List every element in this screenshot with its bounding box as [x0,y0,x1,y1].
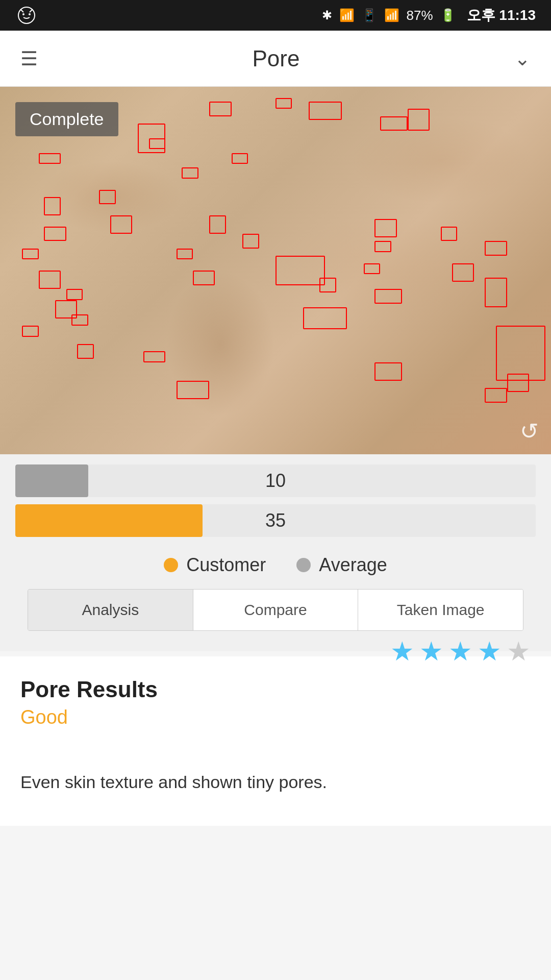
status-bar-right: ✱ 📶 📱 📶 87% 🔋 오후 11:13 [322,6,536,25]
pore-box-39 [232,153,248,164]
results-section: Pore Results Good ★ ★ ★ ★ ★ Even skin te… [0,656,551,826]
pore-box-12 [66,289,83,300]
pore-box-2 [309,102,342,120]
pore-box-19 [374,362,402,381]
pore-box-8 [44,197,60,215]
app-title: Pore [253,46,300,71]
pore-box-9 [44,227,66,241]
pore-box-16 [77,344,93,359]
pore-box-6 [149,138,165,150]
chevron-down-icon[interactable]: ⌄ [514,47,531,70]
pore-box-35 [209,215,226,234]
pore-box-27 [374,219,396,237]
pore-box-15 [22,326,38,337]
star-3: ★ [448,636,472,667]
tab-compare[interactable]: Compare [193,590,359,630]
pore-box-3 [276,98,292,109]
results-description: Even skin texture and shown tiny pores. [20,769,531,795]
pore-box-18 [177,381,210,399]
orange-stat-row: 35 [15,504,536,537]
pore-box-14 [71,314,88,326]
status-bar: ✱ 📶 📱 📶 87% 🔋 오후 11:13 [0,0,551,31]
pore-box-26 [441,227,457,241]
gray-stat-row: 10 [15,464,536,497]
status-time: 오후 11:13 [467,6,536,25]
pore-box-0 [380,116,408,131]
average-legend-item: Average [296,554,387,576]
customer-legend-label: Customer [186,554,266,576]
pore-box-29 [364,263,380,275]
stats-section: 10 35 Customer Average Analysis Compare … [0,454,551,651]
pore-box-4 [209,102,231,116]
rating-stars: ★ ★ ★ ★ ★ [390,636,531,667]
pore-box-37 [193,271,215,285]
pore-box-23 [485,278,507,307]
wifi-icon: 📶 [339,8,355,22]
sim-icon: 📱 [362,8,377,22]
pore-box-32 [303,307,347,329]
svg-point-1 [22,13,24,15]
svg-point-2 [29,13,31,15]
pore-box-10 [22,249,38,260]
bluetooth-icon: ✱ [322,8,332,22]
pore-box-24 [452,263,474,282]
pore-box-1 [408,109,430,131]
tab-taken-image[interactable]: Taken Image [358,590,523,630]
battery-percent: 87% [407,8,433,23]
app-icon [15,4,38,27]
star-5: ★ [507,636,531,667]
customer-legend-item: Customer [164,554,266,576]
complete-badge: Complete [15,102,118,136]
refresh-icon[interactable]: ↺ [520,418,539,444]
pore-box-31 [374,289,402,304]
star-1: ★ [390,636,414,667]
star-2: ★ [419,636,443,667]
pore-box-38 [182,167,198,179]
average-legend-label: Average [319,554,387,576]
pore-box-28 [374,241,391,252]
legend-row: Customer Average [15,544,536,584]
results-status: Good [20,706,158,728]
pore-box-17 [143,351,165,362]
gray-stat-value: 10 [15,470,536,492]
average-legend-dot [296,558,311,572]
customer-legend-dot [164,558,178,572]
star-4: ★ [478,636,502,667]
app-bar: ☰ Pore ⌄ [0,31,551,87]
pore-box-25 [485,241,507,256]
pore-box-33 [276,256,325,285]
pore-box-11 [39,271,61,289]
pore-box-7 [39,153,61,164]
pore-box-41 [110,215,132,234]
analysis-image-container: Complete ↺ [0,87,551,454]
pore-box-40 [99,190,115,205]
skin-image [0,87,551,454]
pore-box-20 [485,388,507,403]
results-title: Pore Results [20,677,158,702]
pore-box-34 [242,234,259,249]
battery-icon: 🔋 [440,8,456,22]
pore-box-36 [177,249,193,260]
signal-icon: 📶 [384,8,399,22]
pore-box-22 [496,326,545,381]
status-bar-left [15,4,38,27]
view-tabs: Analysis Compare Taken Image [28,589,523,631]
orange-stat-value: 35 [15,510,536,531]
menu-icon[interactable]: ☰ [20,47,38,70]
tab-analysis[interactable]: Analysis [28,590,193,630]
